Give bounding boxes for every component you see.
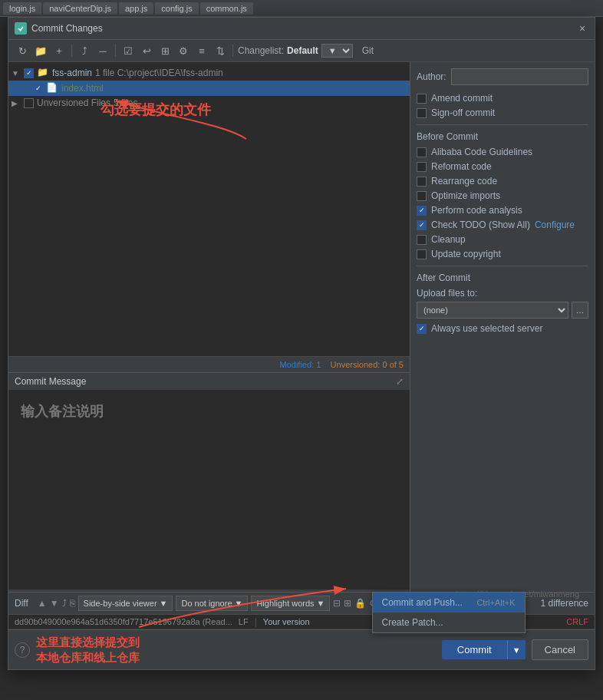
tree-file-label-index: index.html — [61, 83, 104, 94]
optimize-checkbox[interactable] — [417, 191, 427, 201]
tab-common[interactable]: common.js — [200, 2, 253, 15]
changelist-dropdown[interactable]: ▼ — [321, 44, 353, 58]
changelist-name: Default — [287, 45, 318, 56]
cancel-button[interactable]: Cancel — [532, 639, 588, 660]
diff-count: 1 difference — [541, 598, 589, 609]
settings-icon[interactable]: ⚙ — [176, 43, 191, 58]
perform-label: Perform code analysis — [431, 205, 522, 216]
sign-off-row: Sign-off commit — [417, 107, 588, 118]
amend-commit-checkbox[interactable] — [417, 94, 427, 104]
tree-checkbox-root[interactable] — [24, 68, 34, 78]
rearrange-label: Rearrange code — [431, 176, 497, 187]
commit-message-section: Commit Message ⤢ — [8, 372, 410, 592]
configure-link[interactable]: Configure — [535, 220, 575, 230]
cleanup-checkbox[interactable] — [417, 235, 427, 245]
ignore-label: Do not ignore — [181, 599, 232, 608]
diff-icon[interactable]: ⊞ — [157, 43, 173, 58]
refresh-icon[interactable]: ↻ — [15, 43, 30, 58]
tree-checkbox-unversioned[interactable] — [24, 98, 34, 108]
ignore-btn[interactable]: Do not ignore ▼ — [176, 596, 248, 611]
reformat-checkbox[interactable] — [417, 162, 427, 172]
tab-app[interactable]: app.js — [119, 2, 153, 15]
diff-up-icon[interactable]: ▲ — [38, 598, 47, 609]
alibaba-label: Alibaba Code Guidelines — [431, 147, 532, 157]
author-input[interactable] — [451, 68, 588, 85]
expand-icon[interactable]: ⤢ — [396, 376, 404, 387]
svg-rect-0 — [17, 25, 25, 32]
always-use-server-checkbox[interactable] — [417, 324, 427, 334]
sign-off-label: Sign-off commit — [431, 107, 495, 118]
tree-root-item[interactable]: ▼ 📁 fss-admin 1 file C:\project\IDEA\fss… — [8, 65, 410, 81]
dialog-titlebar: Commit Changes × — [8, 18, 595, 40]
file-tree: ▼ 📁 fss-admin 1 file C:\project\IDEA\fss… — [8, 62, 410, 356]
check-icon[interactable]: ☑ — [120, 43, 136, 58]
cleanup-label: Cleanup — [431, 234, 466, 245]
unversioned-range: 0 of 5 — [382, 360, 404, 369]
alibaba-row: Alibaba Code Guidelines — [417, 147, 588, 157]
commit-dropdown-menu: Commit and Push... Ctrl+Alt+K Create Pat… — [372, 592, 526, 633]
close-button[interactable]: × — [576, 22, 588, 35]
divider-before-commit — [417, 124, 588, 125]
folder-icon: 📁 — [37, 67, 49, 79]
update-copyright-checkbox[interactable] — [417, 249, 427, 259]
bottom-bar: ? 这里直接选择提交到本地仓库和线上仓库 Commit ▼ Commit and… — [8, 629, 595, 669]
tree-file-item-index[interactable]: 📄 index.html — [8, 81, 410, 96]
highlight-dropdown-icon: ▼ — [317, 599, 325, 608]
list-icon[interactable]: ≡ — [194, 43, 209, 58]
tree-arrow-unversioned: ▶ — [12, 99, 21, 107]
commit-and-push-shortcut: Ctrl+Alt+K — [476, 598, 515, 607]
side-by-side-btn[interactable]: Side-by-side viewer ▼ — [78, 596, 173, 611]
html-file-icon: 📄 — [46, 82, 58, 94]
toolbar-separator-2 — [115, 45, 116, 57]
upload-settings-btn[interactable]: … — [572, 302, 588, 319]
highlight-btn[interactable]: Highlight words ▼ — [251, 596, 330, 611]
commit-btn-group: Commit ▼ Commit and Push... Ctrl+Alt+K C… — [442, 640, 526, 659]
tab-config[interactable]: config.js — [155, 2, 198, 15]
tree-unversioned-item[interactable]: ▶ Unversioned Files 5 files — [8, 96, 410, 110]
check-todo-checkbox[interactable] — [417, 220, 427, 230]
upload-select[interactable]: (none) — [417, 302, 568, 319]
tab-login[interactable]: login.js — [3, 2, 41, 15]
upload-row: (none) … — [417, 302, 588, 319]
author-row: Author: — [417, 68, 588, 85]
commit-button[interactable]: Commit — [442, 640, 507, 659]
move-icon[interactable]: ⤴ — [77, 43, 92, 58]
commit-dropdown-button[interactable]: ▼ — [507, 640, 526, 659]
tree-checkbox-index[interactable] — [33, 84, 43, 94]
update-copyright-row: Update copyright — [417, 249, 588, 259]
diff-layout-icon-2[interactable]: ⊞ — [344, 598, 351, 609]
create-patch-label: Create Patch... — [382, 617, 443, 628]
create-patch-item[interactable]: Create Patch... — [373, 612, 525, 632]
commit-message-input[interactable] — [8, 390, 410, 589]
sign-off-checkbox[interactable] — [417, 108, 427, 118]
diff-lf-label: LF — [239, 617, 249, 626]
diff-layout-icon-1[interactable]: ⊟ — [333, 598, 341, 609]
annotation-commit-text: 这里直接选择提交到本地仓库和线上仓库 — [36, 635, 140, 665]
diff-expand-icon[interactable]: ⤴ — [62, 598, 67, 609]
perform-checkbox[interactable] — [417, 206, 427, 216]
diff-down-icon[interactable]: ▼ — [50, 598, 59, 609]
amend-commit-label: Amend commit — [431, 93, 493, 104]
commit-dialog: Commit Changes × ↻ 📁 + ⤴ ─ ☑ ↩ ⊞ ⚙ ≡ ⇅ C… — [8, 17, 595, 670]
remove-icon[interactable]: ─ — [95, 43, 110, 58]
folder-icon[interactable]: 📁 — [33, 43, 48, 58]
commit-and-push-item[interactable]: Commit and Push... Ctrl+Alt+K — [373, 593, 525, 612]
diff-crlf-label: CRLF — [566, 617, 588, 626]
undo-icon[interactable]: ↩ — [139, 43, 154, 58]
help-button[interactable]: ? — [15, 642, 30, 658]
rearrange-checkbox[interactable] — [417, 177, 427, 187]
tab-navi[interactable]: naviCenterDip.js — [43, 2, 117, 15]
dialog-icon — [15, 22, 27, 35]
add-icon[interactable]: + — [51, 43, 67, 58]
modified-label: Modified: — [280, 360, 315, 369]
git-tab[interactable]: Git — [356, 44, 380, 58]
viewer-dropdown-icon: ▼ — [160, 599, 168, 608]
dialog-title: Commit Changes — [31, 23, 572, 34]
tree-arrow-root: ▼ — [12, 69, 21, 78]
after-commit-label: After Commit — [417, 272, 588, 283]
alibaba-checkbox[interactable] — [417, 147, 427, 157]
sort-icon[interactable]: ⇅ — [213, 43, 228, 58]
diff-lock-icon[interactable]: 🔒 — [354, 598, 366, 609]
optimize-row: Optimize imports — [417, 190, 588, 201]
diff-copy-icon[interactable]: ⎘ — [70, 598, 75, 609]
